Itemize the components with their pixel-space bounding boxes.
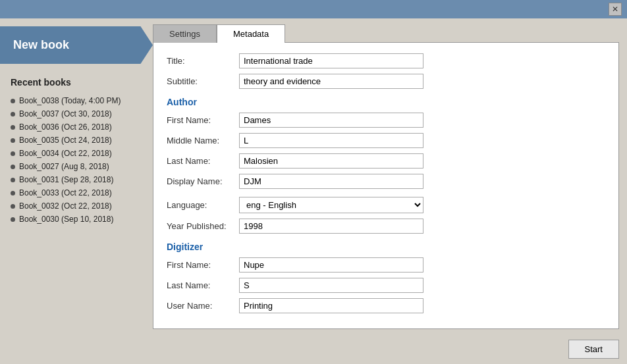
bullet-icon [11, 99, 15, 103]
new-book-button[interactable]: New book [0, 26, 153, 64]
title-input[interactable] [239, 53, 423, 68]
first-name-input[interactable] [239, 113, 423, 128]
list-item[interactable]: Book_0032 (Oct 22, 2018) [5, 199, 148, 213]
start-button[interactable]: Start [568, 340, 619, 359]
bullet-icon [11, 138, 15, 143]
title-label: Title: [167, 56, 239, 66]
bullet-icon [11, 204, 15, 209]
last-name-row: Last Name: [167, 153, 605, 169]
list-item[interactable]: Book_0035 (Oct 24, 2018) [5, 134, 148, 147]
main-window: ✕ New book Recent books Book_0038 (Today… [0, 0, 627, 364]
digitizer-section-title: Digitizer [167, 242, 605, 252]
last-name-label: Last Name: [167, 156, 239, 166]
list-item[interactable]: Book_0030 (Sep 10, 2018) [5, 213, 148, 226]
book-label: Book_0031 (Sep 28, 2018) [19, 175, 113, 184]
bullet-icon [11, 217, 15, 222]
book-label: Book_0037 (Oct 30, 2018) [19, 109, 112, 118]
sidebar: New book Recent books Book_0038 (Today, … [0, 18, 153, 334]
content-area: Settings Metadata Title: Subtitle: Autho… [153, 18, 627, 334]
list-item[interactable]: Book_0027 (Aug 8, 2018) [5, 160, 148, 173]
middle-name-row: Middle Name: [167, 133, 605, 148]
first-name-label: First Name: [167, 115, 239, 125]
book-label: Book_0034 (Oct 22, 2018) [19, 149, 112, 158]
dig-first-name-label: First Name: [167, 260, 239, 270]
list-item[interactable]: Book_0034 (Oct 22, 2018) [5, 147, 148, 160]
dig-last-name-label: Last Name: [167, 280, 239, 290]
book-label: Book_0035 (Oct 24, 2018) [19, 136, 112, 145]
bullet-icon [11, 125, 15, 130]
recent-books-title: Recent books [0, 72, 153, 94]
form-panel: Title: Subtitle: Author First Name: Midd… [153, 42, 619, 329]
display-name-input[interactable] [239, 174, 423, 189]
bullet-icon [11, 112, 15, 117]
tab-metadata[interactable]: Metadata [217, 24, 285, 43]
list-item[interactable]: Book_0033 (Oct 22, 2018) [5, 186, 148, 199]
bullet-icon [11, 178, 15, 182]
recent-books-list: Book_0038 (Today, 4:00 PM)Book_0037 (Oct… [0, 94, 153, 226]
last-name-input[interactable] [239, 153, 423, 169]
dig-last-name-row: Last Name: [167, 278, 605, 293]
tabs: Settings Metadata [153, 24, 619, 42]
title-bar: ✕ [0, 0, 627, 18]
dig-user-name-row: User Name: [167, 298, 605, 313]
author-section-title: Author [167, 97, 605, 107]
bottom-bar: Start [0, 334, 627, 364]
close-button[interactable]: ✕ [609, 3, 622, 16]
list-item[interactable]: Book_0031 (Sep 28, 2018) [5, 173, 148, 186]
display-name-row: Display Name: [167, 174, 605, 189]
book-label: Book_0030 (Sep 10, 2018) [19, 215, 113, 224]
book-label: Book_0033 (Oct 22, 2018) [19, 188, 112, 197]
year-published-input[interactable] [239, 219, 423, 234]
subtitle-input[interactable] [239, 74, 423, 89]
dig-first-name-row: First Name: [167, 257, 605, 273]
tab-settings[interactable]: Settings [153, 24, 217, 43]
subtitle-row: Subtitle: [167, 74, 605, 89]
language-row: Language: eng - Englishfra - Frenchdeu -… [167, 197, 605, 213]
list-item[interactable]: Book_0037 (Oct 30, 2018) [5, 107, 148, 120]
book-label: Book_0032 (Oct 22, 2018) [19, 201, 112, 211]
language-label: Language: [167, 200, 239, 210]
book-label: Book_0036 (Oct 26, 2018) [19, 122, 112, 132]
middle-name-label: Middle Name: [167, 136, 239, 145]
middle-name-input[interactable] [239, 133, 423, 148]
list-item[interactable]: Book_0038 (Today, 4:00 PM) [5, 94, 148, 107]
first-name-row: First Name: [167, 113, 605, 128]
title-row: Title: [167, 53, 605, 68]
dig-last-name-input[interactable] [239, 278, 423, 293]
dig-user-name-label: User Name: [167, 301, 239, 311]
display-name-label: Display Name: [167, 176, 239, 186]
subtitle-label: Subtitle: [167, 76, 239, 86]
year-published-label: Year Published: [167, 221, 239, 231]
book-label: Book_0027 (Aug 8, 2018) [19, 162, 109, 171]
year-published-row: Year Published: [167, 219, 605, 234]
language-select[interactable]: eng - Englishfra - Frenchdeu - Germanspa… [239, 197, 423, 213]
bullet-icon [11, 151, 15, 156]
bullet-icon [11, 165, 15, 169]
dig-user-name-input[interactable] [239, 298, 423, 313]
main-layout: New book Recent books Book_0038 (Today, … [0, 18, 627, 334]
bullet-icon [11, 191, 15, 195]
list-item[interactable]: Book_0036 (Oct 26, 2018) [5, 120, 148, 134]
book-label: Book_0038 (Today, 4:00 PM) [19, 96, 121, 105]
dig-first-name-input[interactable] [239, 257, 423, 273]
